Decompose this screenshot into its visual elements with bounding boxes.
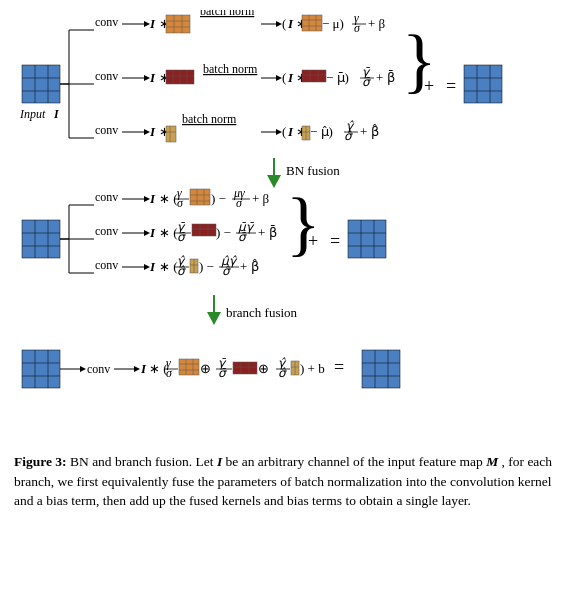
svg-text:σ̂: σ̂ [222,264,231,278]
svg-rect-67 [302,70,326,82]
svg-text:σ̄: σ̄ [177,230,186,244]
svg-text:=: = [446,76,456,96]
svg-text:σ: σ [166,366,173,380]
svg-text:∗ (: ∗ ( [159,191,178,206]
svg-text:σ̄: σ̄ [362,75,371,89]
svg-text:I: I [287,16,294,31]
diagram: Input I conv conv conv [14,10,567,444]
svg-text:− μ̄): − μ̄) [326,70,349,85]
figure-label: Figure 3: [14,454,67,469]
svg-text:) + b: ) + b [300,361,325,376]
svg-text:σ̄: σ̄ [238,230,247,244]
svg-text:+ β: + β [252,191,270,206]
svg-text:conv: conv [95,258,118,272]
svg-rect-163 [348,220,386,258]
svg-rect-186 [179,359,199,375]
svg-text:I: I [149,259,156,274]
svg-rect-123 [190,189,210,205]
svg-rect-208 [362,350,400,388]
svg-text:+ β̂: + β̂ [240,259,259,274]
svg-text:+: + [424,76,434,96]
caption-I-bold: I [217,454,222,469]
figure-container: Input I conv conv conv [14,10,567,511]
svg-text:− μ): − μ) [322,16,344,31]
svg-text:σ̂: σ̂ [177,264,186,278]
svg-text:conv: conv [95,190,118,204]
svg-marker-177 [80,366,86,372]
svg-marker-96 [267,175,281,188]
svg-marker-169 [207,312,221,325]
svg-text:⊕: ⊕ [200,361,211,376]
svg-text:I: I [149,225,156,240]
svg-text:BN fusion: BN fusion [286,163,340,178]
figure-caption: Figure 3: BN and branch fusion. Let I be… [14,452,567,511]
svg-rect-171 [22,350,60,388]
svg-text:∗ (: ∗ ( [159,259,178,274]
svg-text:branch fusion: branch fusion [226,305,298,320]
svg-rect-195 [233,362,257,374]
svg-text:batch norm: batch norm [203,62,258,76]
svg-text:I: I [149,124,156,139]
svg-text:∗ (: ∗ ( [149,361,168,376]
svg-text:=: = [334,357,344,377]
svg-text:(: ( [282,124,286,139]
svg-text:conv: conv [95,224,118,238]
svg-text:+ β̂: + β̂ [360,124,379,139]
svg-text:I: I [53,107,60,121]
svg-rect-24 [166,15,190,33]
svg-text:conv: conv [95,123,118,137]
svg-marker-180 [134,366,140,372]
svg-text:=: = [330,231,340,251]
svg-text:Input: Input [19,107,46,121]
svg-text:σ: σ [177,196,184,210]
svg-text:I: I [149,16,156,31]
svg-rect-0 [22,65,60,103]
svg-text:batch norm: batch norm [182,112,237,126]
svg-text:batch norm: batch norm [200,10,255,18]
svg-text:}: } [286,183,321,263]
caption-text-1: BN and branch fusion. Let [70,454,217,469]
svg-rect-38 [166,126,176,142]
svg-text:(: ( [282,70,286,85]
svg-text:σ̂: σ̂ [278,366,287,380]
svg-text:+ β̄: + β̄ [376,70,395,85]
svg-text:conv: conv [87,362,110,376]
svg-text:σ: σ [354,21,361,35]
svg-text:I: I [287,124,294,139]
svg-rect-98 [22,220,60,258]
caption-M: M [486,454,498,469]
svg-rect-90 [464,65,502,103]
svg-text:(: ( [282,16,286,31]
svg-text:) −: ) − [199,259,214,274]
input-grid: Input I [19,65,60,121]
svg-text:∗ (: ∗ ( [159,225,178,240]
svg-text:+ β̄: + β̄ [258,225,277,240]
svg-rect-138 [192,224,216,236]
diagram-svg: Input I conv conv conv [14,10,567,440]
svg-text:σ̄: σ̄ [218,366,227,380]
svg-text:⊕: ⊕ [258,361,269,376]
svg-text:I: I [140,361,147,376]
svg-text:I: I [149,191,156,206]
svg-text:σ̂: σ̂ [344,129,353,143]
svg-text:I: I [287,70,294,85]
caption-text-3: be an arbitrary channel of the input fea… [226,454,487,469]
svg-text:I: I [149,70,156,85]
svg-text:+: + [308,231,318,251]
svg-text:+ β: + β [368,16,386,31]
svg-text:) −: ) − [216,225,231,240]
svg-text:− μ̂): − μ̂) [310,124,333,139]
svg-rect-54 [302,15,322,31]
svg-text:conv: conv [95,69,118,83]
svg-text:conv: conv [95,15,118,29]
svg-text:) −: ) − [211,191,226,206]
